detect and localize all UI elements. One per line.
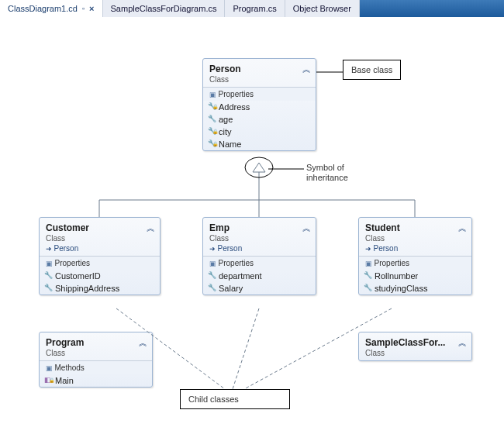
collapse-icon[interactable]: ︽ [147, 222, 155, 234]
section-properties: Properties department Salary [203, 256, 316, 295]
note-inheritance: Symbol of inheritance [306, 163, 348, 183]
class-title: Person [209, 64, 309, 74]
close-icon[interactable]: × [89, 4, 94, 13]
class-header: SampleClassFor... Class ︽ [359, 332, 471, 360]
tab-label: ClassDiagram1.cd [8, 4, 78, 13]
class-header: Person Class ︽ [203, 59, 316, 87]
collapse-icon[interactable]: ︽ [458, 222, 467, 234]
class-kind: Class [365, 349, 465, 357]
section-header: Properties [40, 257, 160, 270]
member-customerid[interactable]: CustomerID [40, 270, 160, 282]
tab-label: SampleClassForDiagram.cs [111, 4, 217, 13]
class-student[interactable]: Student Class Person ︽ Properties Rollnu… [358, 217, 472, 295]
pin-icon[interactable]: ▫ [82, 5, 85, 12]
class-header: Emp Class Person ︽ [203, 218, 316, 256]
section-methods: Methods Main [40, 360, 152, 387]
tab-sampleclass[interactable]: SampleClassForDiagram.cs [103, 0, 226, 17]
collapse-icon[interactable]: ︽ [139, 337, 147, 349]
section-header: Properties [359, 257, 471, 270]
class-person[interactable]: Person Class ︽ Properties Address age ci… [202, 58, 316, 151]
class-title: Program [46, 337, 146, 348]
section-header: Properties [203, 88, 316, 101]
class-title: SampleClassFor... [365, 337, 465, 348]
class-parent: Person [209, 244, 309, 253]
class-header: Program Class ︽ [40, 332, 152, 360]
section-header: Properties [203, 257, 316, 270]
member-city[interactable]: city [203, 126, 316, 138]
class-customer[interactable]: Customer Class Person ︽ Properties Custo… [39, 217, 161, 295]
tab-bar: ClassDiagram1.cd ▫ × SampleClassForDiagr… [0, 0, 504, 17]
class-title: Student [365, 222, 465, 233]
class-parent: Person [46, 244, 154, 253]
class-kind: Class [209, 234, 309, 243]
section-properties: Properties Address age city Name [203, 87, 316, 150]
note-child-classes: Child classes [180, 389, 290, 409]
collapse-icon[interactable]: ︽ [458, 337, 467, 349]
class-parent: Person [365, 244, 465, 253]
tab-label: Object Browser [293, 4, 351, 13]
tab-program[interactable]: Program.cs [225, 0, 285, 17]
member-main[interactable]: Main [40, 374, 152, 387]
collapse-icon[interactable]: ︽ [302, 64, 311, 75]
class-sampleclass[interactable]: SampleClassFor... Class ︽ [358, 332, 472, 361]
class-kind: Class [46, 234, 154, 243]
tab-label: Program.cs [233, 4, 276, 13]
member-department[interactable]: department [203, 270, 316, 282]
member-shippingaddress[interactable]: ShippingAddress [40, 282, 160, 295]
member-address[interactable]: Address [203, 101, 316, 113]
class-kind: Class [209, 75, 309, 84]
member-name[interactable]: Name [203, 138, 316, 150]
diagram-canvas: ClassDiagram1.cd ▫ × SampleClassForDiagr… [0, 0, 504, 441]
member-rollnumber[interactable]: Rollnumber [359, 270, 471, 282]
svg-marker-0 [253, 163, 265, 172]
note-base-class: Base class [343, 60, 401, 80]
class-program[interactable]: Program Class ︽ Methods Main [39, 332, 153, 388]
member-studyingclass[interactable]: studyingClass [359, 282, 471, 295]
svg-point-8 [245, 157, 273, 177]
collapse-icon[interactable]: ︽ [302, 222, 311, 234]
section-properties: Properties CustomerID ShippingAddress [40, 256, 160, 295]
class-kind: Class [365, 234, 465, 243]
member-age[interactable]: age [203, 113, 316, 126]
tab-objectbrowser[interactable]: Object Browser [285, 0, 360, 17]
class-title: Emp [209, 222, 309, 233]
class-emp[interactable]: Emp Class Person ︽ Properties department… [202, 217, 316, 295]
section-properties: Properties Rollnumber studyingClass [359, 256, 471, 295]
section-header: Methods [40, 361, 152, 374]
class-header: Customer Class Person ︽ [40, 218, 160, 256]
svg-line-10 [233, 308, 259, 389]
member-salary[interactable]: Salary [203, 282, 316, 295]
class-kind: Class [46, 349, 146, 357]
class-title: Customer [46, 222, 154, 233]
tab-classdiagram[interactable]: ClassDiagram1.cd ▫ × [0, 0, 103, 17]
class-header: Student Class Person ︽ [359, 218, 471, 256]
